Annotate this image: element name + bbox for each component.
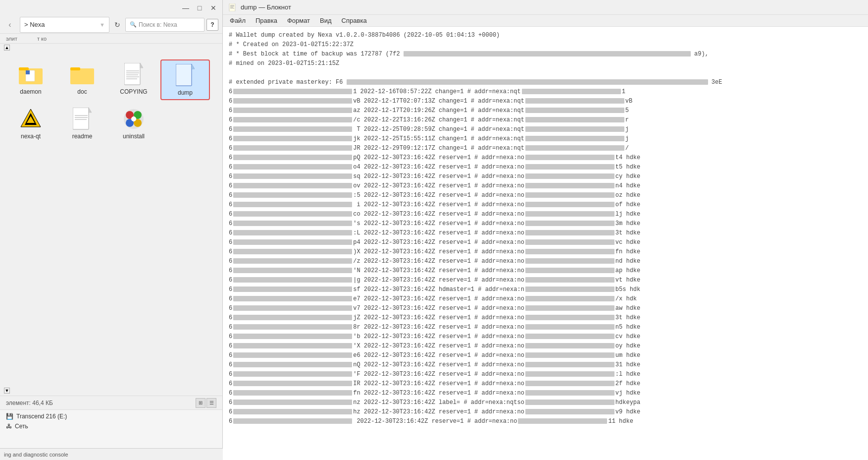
notepad-titlebar: dump — Блокнот: [223, 0, 868, 15]
app-icon-uninstall: [122, 107, 146, 131]
nav-label-network: Сеть: [15, 423, 28, 430]
data-row-r21: 6e6 2022-12-30T23:16:42Z reserve=1 # add…: [229, 351, 862, 360]
doc-icon-dump: [173, 63, 197, 87]
explorer-toolbar: ‹ > Nexa ▼ ↻ 🔍 Поиск в: Nexa ?: [0, 16, 222, 34]
help-button[interactable]: ?: [206, 19, 218, 31]
notepad-app-icon: [229, 3, 237, 11]
data-row-r8: 6:L 2022-12-30T23:16:42Z reserve=1 # add…: [229, 229, 862, 237]
file-item-dump[interactable]: dump: [160, 59, 210, 100]
file-explorer: — □ ✕ ‹ > Nexa ▼ ↻ 🔍 Поиск в: Nexa ? эли…: [0, 0, 223, 460]
svg-rect-1: [19, 67, 29, 70]
search-box[interactable]: 🔍 Поиск в: Nexa: [125, 18, 204, 32]
file-item-daemon[interactable]: daemon: [6, 59, 55, 100]
content-line-3: # * Best block at time of backup was 172…: [229, 50, 862, 58]
data-row-r22: 6nQ 2022-12-30T23:16:42Z reserve=1 # add…: [229, 360, 862, 369]
breadcrumb[interactable]: > Nexa ▼: [20, 17, 109, 33]
data-row-r13: 6|g 2022-12-30T23:16:42Z reserve=1 # add…: [229, 276, 862, 285]
file-label-readme: readme: [72, 133, 93, 140]
svg-rect-34: [230, 6, 234, 6]
notepad-title: dump — Блокнот: [241, 3, 291, 11]
file-item-readme[interactable]: readme: [57, 104, 107, 143]
data-row-3: 6/c 2022-12-22T13:16:26Z change=1 # addr…: [229, 115, 862, 124]
file-label-uninstall: uninstall: [123, 133, 145, 140]
scroll-top: ▲: [0, 44, 222, 52]
data-row-0: 61 2022-12-16T08:57:22Z change=1 # addr=…: [229, 87, 862, 96]
content-line-5: [229, 68, 862, 77]
file-grid: daemon doc: [6, 59, 216, 143]
content-line-1: # Wallet dump created by Nexa v1.0.2.0-3…: [229, 31, 862, 40]
data-row-r20: 6'X 2022-12-30T23:16:42Z reserve=1 # add…: [229, 342, 862, 350]
nav-item-drive[interactable]: 💾 Transcend 216 (E:): [4, 412, 218, 421]
data-row-r19: 6'b 2022-12-30T23:16:42Z reserve=1 # add…: [229, 332, 862, 341]
explorer-statusbar: элемент: 46,4 КБ ⊞ ☰: [0, 396, 222, 409]
svg-point-31: [131, 116, 136, 121]
file-label-copying: COPYING: [120, 88, 147, 95]
data-row-r1: 6o4 2022-12-30T23:16:42Z reserve=1 # add…: [229, 163, 862, 172]
minimize-button[interactable]: —: [181, 3, 191, 13]
refresh-button[interactable]: ↻: [111, 19, 123, 31]
data-row-r2: 6sq 2022-12-30T23:16:42Z reserve=1 # add…: [229, 172, 862, 181]
data-row-2: 6az 2022-12-17T20:19:26Z change=1 # addr…: [229, 106, 862, 115]
file-grid-container: daemon doc: [0, 52, 222, 386]
data-row-r6: 6co 2022-12-30T23:16:42Z reserve=1 # add…: [229, 210, 862, 219]
file-label-daemon: daemon: [20, 88, 41, 95]
svg-rect-20: [73, 108, 89, 129]
file-label-doc: doc: [77, 88, 87, 95]
content-line-2: # * Created on 2023-01-02T15:22:37Z: [229, 40, 862, 49]
data-row-r17: 6jZ 2022-12-30T23:16:42Z reserve=1 # add…: [229, 313, 862, 322]
data-row-r0: 6pQ 2022-12-30T23:16:42Z reserve=1 # add…: [229, 153, 862, 162]
menu-file[interactable]: Файл: [225, 16, 251, 25]
data-row-r11: 6/z 2022-12-30T23:16:42Z reserve=1 # add…: [229, 257, 862, 266]
app-icon-nexa-qt: [19, 107, 43, 131]
content-line-4: # mined on 2023-01-02T15:21:15Z: [229, 59, 862, 68]
data-row-r18: 68r 2022-12-30T23:16:42Z reserve=1 # add…: [229, 323, 862, 332]
menu-format[interactable]: Формат: [282, 16, 315, 25]
data-row-r14: 6sf 2022-12-30T23:16:42Z hdmaster=1 # ad…: [229, 285, 862, 294]
nav-item-network[interactable]: 🖧 Сеть: [4, 422, 218, 431]
network-icon: 🖧: [6, 423, 12, 430]
notepad: dump — Блокнот Файл Правка Формат Вид Сп…: [223, 0, 868, 460]
menu-edit[interactable]: Правка: [251, 16, 282, 25]
menu-view[interactable]: Вид: [315, 16, 337, 25]
notepad-content[interactable]: # Wallet dump created by Nexa v1.0.2.0-3…: [223, 27, 868, 460]
breadcrumb-text: > Nexa: [24, 21, 45, 28]
menu-help[interactable]: Справка: [337, 16, 372, 25]
bottom-nav-panel: 💾 Transcend 216 (E:) 🖧 Сеть: [0, 409, 222, 449]
file-item-uninstall[interactable]: uninstall: [109, 104, 158, 143]
folder-icon-daemon: [19, 62, 43, 86]
data-row-r27: 6hz 2022-12-30T23:16:42Z reserve=1 # add…: [229, 407, 862, 416]
svg-rect-6: [124, 63, 140, 85]
list-view-button[interactable]: ☰: [206, 398, 216, 408]
scroll-up-arrow[interactable]: ▲: [4, 45, 10, 51]
data-row-5: 6jk 2022-12-25T15:55:11Z change=1 # addr…: [229, 134, 862, 143]
data-row-r9: 6p4 2022-12-30T23:16:42Z reserve=1 # add…: [229, 238, 862, 247]
file-item-copying[interactable]: COPYING: [109, 59, 158, 100]
folder-icon-doc: [70, 62, 94, 86]
grid-view-button[interactable]: ⊞: [196, 398, 205, 408]
file-label-nexa-qt: nexa-qt: [21, 133, 41, 140]
data-row-r5: 6 i 2022-12-30T23:16:42Z reserve=1 # add…: [229, 200, 862, 209]
data-row-r28: 6 2022-12-30T23:16:42Z reserve=1 # addr=…: [229, 417, 862, 426]
data-row-4: 6 T 2022-12-25T09:28:59Z change=1 # addr…: [229, 125, 862, 134]
file-item-nexa-qt[interactable]: nexa-qt: [6, 104, 55, 143]
drive-icon: 💾: [6, 413, 13, 420]
statusbar-count: элемент: 46,4 КБ: [6, 400, 53, 406]
data-row-r24: 6IR 2022-12-30T23:16:42Z reserve=1 # add…: [229, 379, 862, 388]
svg-rect-35: [230, 7, 233, 7]
svg-rect-4: [70, 68, 94, 84]
scroll-bottom: ▼: [0, 386, 222, 396]
data-row-r7: 6's 2022-12-30T23:16:42Z reserve=1 # add…: [229, 219, 862, 228]
maximize-button[interactable]: □: [195, 3, 204, 13]
scroll-down-arrow[interactable]: ▼: [4, 388, 10, 394]
file-label-dump: dump: [178, 89, 193, 96]
search-placeholder: Поиск в: Nexa: [139, 21, 177, 28]
doc-icon-copying: [122, 62, 146, 86]
file-item-doc[interactable]: doc: [57, 59, 107, 100]
close-button[interactable]: ✕: [208, 3, 218, 13]
back-button[interactable]: ‹: [4, 19, 16, 31]
data-row-r3: 6ov 2022-12-30T23:16:42Z reserve=1 # add…: [229, 181, 862, 190]
view-buttons: ⊞ ☰: [196, 398, 216, 408]
data-row-r16: 6v7 2022-12-30T23:16:42Z reserve=1 # add…: [229, 304, 862, 313]
data-row-6: 6JR 2022-12-29T09:12:17Z change=1 # addr…: [229, 144, 862, 153]
data-row-r4: 6:5 2022-12-30T23:16:42Z reserve=1 # add…: [229, 191, 862, 200]
